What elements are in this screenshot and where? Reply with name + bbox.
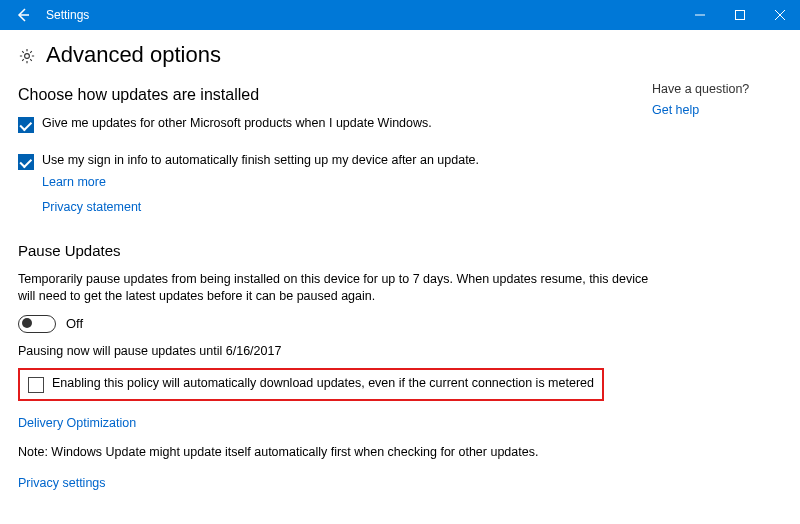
pause-toggle-row: Off xyxy=(18,315,652,333)
page-title: Advanced options xyxy=(46,42,221,68)
toggle-knob xyxy=(22,318,32,328)
window-titlebar: Settings xyxy=(0,0,800,30)
checkbox-row-metered-policy[interactable]: Enabling this policy will automatically … xyxy=(28,376,594,393)
svg-point-4 xyxy=(25,54,30,59)
pause-toggle[interactable] xyxy=(18,315,56,333)
learn-more-link[interactable]: Learn more xyxy=(42,175,106,189)
pause-description: Temporarily pause updates from being ins… xyxy=(18,271,652,305)
minimize-icon xyxy=(695,10,705,20)
pause-toggle-state: Off xyxy=(66,316,83,331)
checkbox-metered-policy-label: Enabling this policy will automatically … xyxy=(52,376,594,390)
side-panel: Have a question? Get help xyxy=(652,42,782,524)
window-title: Settings xyxy=(46,8,680,22)
section-heading-install: Choose how updates are installed xyxy=(18,86,652,104)
back-button[interactable] xyxy=(6,0,40,30)
checkbox-signin-finish[interactable] xyxy=(18,154,34,170)
note-text: Note: Windows Update might update itself… xyxy=(18,444,652,461)
checkbox-signin-finish-label: Use my sign in info to automatically fin… xyxy=(42,153,479,167)
section-heading-pause: Pause Updates xyxy=(18,242,652,259)
pause-until-text: Pausing now will pause updates until 6/1… xyxy=(18,343,652,360)
delivery-optimization-link[interactable]: Delivery Optimization xyxy=(18,416,136,430)
side-heading: Have a question? xyxy=(652,82,782,96)
get-help-link[interactable]: Get help xyxy=(652,103,699,117)
svg-rect-1 xyxy=(736,11,745,20)
close-button[interactable] xyxy=(760,0,800,30)
gear-icon xyxy=(18,47,36,65)
highlighted-policy-box: Enabling this policy will automatically … xyxy=(18,368,604,401)
checkbox-row-other-products[interactable]: Give me updates for other Microsoft prod… xyxy=(18,116,652,133)
close-icon xyxy=(775,10,785,20)
page-header: Advanced options xyxy=(18,42,652,68)
minimize-button[interactable] xyxy=(680,0,720,30)
privacy-settings-link[interactable]: Privacy settings xyxy=(18,476,106,490)
checkbox-metered-policy[interactable] xyxy=(28,377,44,393)
privacy-statement-link[interactable]: Privacy statement xyxy=(42,200,141,214)
checkbox-other-products-label: Give me updates for other Microsoft prod… xyxy=(42,116,432,130)
checkbox-row-signin-finish[interactable]: Use my sign in info to automatically fin… xyxy=(18,153,652,170)
maximize-button[interactable] xyxy=(720,0,760,30)
back-arrow-icon xyxy=(15,7,31,23)
window-controls xyxy=(680,0,800,30)
checkbox-other-products[interactable] xyxy=(18,117,34,133)
maximize-icon xyxy=(735,10,745,20)
